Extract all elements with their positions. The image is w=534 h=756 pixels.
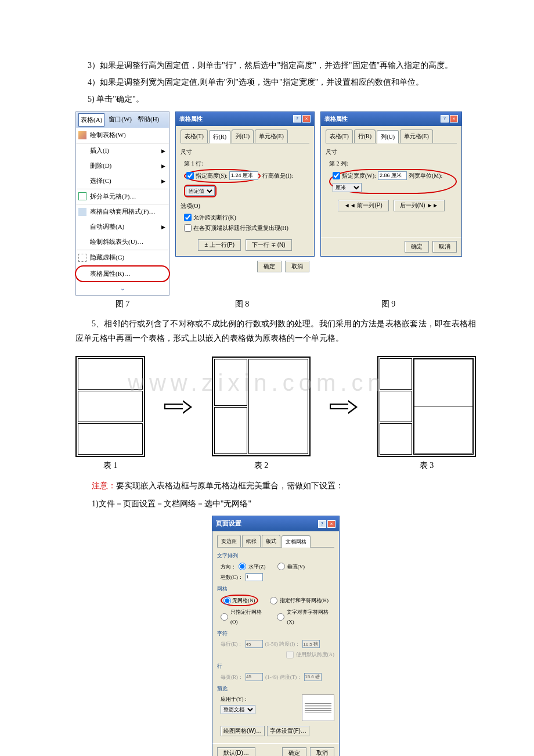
height-type-select[interactable]: 固定值 [186, 186, 215, 196]
help-icon[interactable]: ? [318, 520, 326, 528]
arrow-right-icon: ▶ [161, 146, 165, 156]
tab-cell[interactable]: 单元格(E) [400, 129, 433, 143]
paragraph-3: 3）如果是调整行高为固定值，则单击"行"，然后选中"指定高度"，并选择"固定值"… [88, 58, 476, 73]
vertical-radio[interactable] [277, 563, 285, 570]
prev-col-button[interactable]: ◄◄ 前一列(P) [338, 200, 389, 211]
allow-break-checkbox[interactable] [184, 214, 192, 221]
step-1: 1)文件－页面设置－文档网络－选中"无网络" [75, 496, 476, 511]
col-number: 第 2 列: [326, 159, 457, 169]
tab-paper[interactable]: 纸张 [242, 535, 261, 547]
menu-item-table-properties[interactable]: 表格属性(R)… [75, 265, 170, 283]
arrow-right-icon [330, 401, 359, 412]
tab-cell[interactable]: 单元格(E) [255, 129, 288, 143]
grid-icon [78, 254, 86, 262]
tab-margins[interactable]: 页边距 [217, 535, 241, 547]
menu-item-autoformat[interactable]: 表格自动套用格式(F)… [76, 204, 169, 219]
allow-break-label: 允许跨页断行(K) [193, 213, 236, 223]
figure-10-dialog: 页面设置 ?× 页边距 纸张 版式 文档网格 文字排列 方向： 水平(Z) 垂直… [212, 516, 340, 756]
preview-icon [302, 694, 334, 721]
menu-item-autofit[interactable]: 自动调整(A)▶ [76, 219, 169, 235]
tab-column[interactable]: 列(U) [232, 129, 254, 143]
grid-label: 网格 [217, 584, 334, 593]
ok-button[interactable]: 确定 [405, 241, 429, 253]
align-grid-radio[interactable] [277, 613, 284, 621]
menu-table[interactable]: 表格(A) [78, 113, 104, 127]
ok-button[interactable]: 确定 [257, 261, 282, 272]
menu-item-hide-gridlines[interactable]: 隐藏虚框(G) [76, 250, 169, 265]
figure-8-label: 图 8 [169, 297, 315, 311]
tab-row[interactable]: 行(R) [209, 130, 230, 143]
line-grid-radio[interactable] [221, 613, 228, 621]
width-input[interactable] [378, 171, 407, 180]
columns-label: 栏数(C)： [221, 573, 243, 582]
arrow-right-icon [164, 401, 193, 412]
dialog-title: 表格属性 [179, 114, 203, 124]
default-button[interactable]: 默认(D)… [217, 747, 255, 756]
ok-button[interactable]: 确定 [282, 747, 306, 756]
cancel-button[interactable]: 取消 [310, 747, 334, 756]
table-2 [212, 357, 311, 456]
repeat-header-label: 在各页顶端以标题行形式重复出现(H) [193, 223, 288, 233]
height-is-label: 行高值是(I): [262, 171, 293, 181]
close-icon[interactable]: × [302, 115, 311, 123]
tab-table[interactable]: 表格(T) [181, 129, 208, 143]
close-icon[interactable]: × [327, 520, 335, 528]
menu-item-delete[interactable]: 删除(D)▶ [76, 159, 169, 174]
tab-grid[interactable]: 文档网格 [282, 535, 311, 548]
cancel-button[interactable]: 取消 [285, 261, 309, 272]
line-char-grid-radio[interactable] [270, 597, 277, 604]
figure-8-dialog: 表格属性 ?× 表格(T) 行(R) 列(U) 单元格(E) 尺寸 第 1 行:… [175, 111, 315, 257]
menu-item-draw-table[interactable]: 绘制表格(W) [76, 128, 169, 143]
font-settings-button[interactable]: 字体设置(F)… [267, 726, 309, 736]
width-unit-select[interactable]: 厘米 [333, 183, 362, 192]
table-3-label: 表 3 [377, 458, 476, 473]
repeat-header-checkbox[interactable] [184, 224, 192, 232]
help-icon[interactable]: ? [441, 115, 449, 123]
lines-label: 行 [217, 661, 334, 671]
menu-help[interactable]: 帮助(H) [136, 113, 161, 127]
help-icon[interactable]: ? [293, 115, 301, 123]
figure-7: 表格(A) 窗口(W) 帮助(H) 绘制表格(W) 插入(I)▶ 删除(D)▶ … [75, 111, 169, 296]
spec-height-checkbox[interactable] [186, 172, 194, 179]
menu-item-insert[interactable]: 插入(I)▶ [76, 143, 169, 159]
menu-item-select[interactable]: 选择(C)▶ [76, 174, 169, 189]
table-3 [377, 356, 476, 457]
spec-width-label: 指定宽度(W): [342, 171, 376, 181]
arrow-right-icon: ▶ [161, 222, 165, 232]
tab-table[interactable]: 表格(T) [326, 129, 353, 143]
draw-grid-button[interactable]: 绘图网格(W)… [221, 726, 265, 736]
close-icon[interactable]: × [450, 115, 458, 123]
figure-9-dialog: 表格属性 ?× 表格(T) 行(R) 列(U) 单元格(E) 尺寸 第 2 列:… [320, 111, 462, 257]
tab-column[interactable]: 列(U) [377, 130, 399, 143]
dialog-title: 表格属性 [324, 114, 348, 124]
figure-7-label: 图 7 [75, 297, 169, 311]
chars-per-line-input [246, 640, 263, 648]
cancel-button[interactable]: 取消 [432, 241, 457, 253]
direction-label: 方向： [221, 562, 236, 571]
next-row-button[interactable]: 下一行 ∓ (N) [246, 239, 291, 251]
horizontal-radio[interactable] [239, 563, 246, 570]
menu-window[interactable]: 窗口(W) [107, 113, 134, 127]
paragraph-4: 4）如果是调整列宽为固定定值,则单击"列"选项，选中"指定宽度"，并设置相应的数… [88, 75, 476, 89]
row-number: 第 1 行: [181, 159, 309, 169]
menu-expand[interactable]: ⌄ [76, 282, 169, 295]
columns-input[interactable] [246, 573, 263, 581]
figure-9-label: 图 9 [315, 297, 462, 311]
paragraph-5: 5) 单击"确定"。 [88, 92, 476, 106]
table-2-label: 表 2 [212, 458, 311, 473]
dialog-title: 页面设置 [216, 518, 241, 530]
paragraph-nest: 5、相邻的行或列含了不对称或不成比例的行数或列数的处理。我们采用的方法是表格嵌套… [75, 316, 476, 345]
height-input[interactable] [229, 171, 258, 180]
prev-row-button[interactable]: ± 上一行(P) [198, 239, 241, 251]
menu-item-split-cell[interactable]: 拆分单元格(P)… [76, 189, 169, 204]
lines-per-page-input [246, 673, 263, 681]
apply-to-select[interactable]: 整篇文档 [221, 705, 255, 714]
tab-row[interactable]: 行(R) [354, 129, 376, 143]
size-label: 尺寸 [181, 147, 309, 157]
no-grid-radio[interactable] [223, 597, 231, 604]
options-label: 选项(O) [181, 201, 309, 211]
tab-layout[interactable]: 版式 [262, 535, 280, 547]
menu-item-diagonal-header[interactable]: 绘制斜线表头(U)… [76, 235, 169, 250]
next-col-button[interactable]: 后一列(N) ►► [394, 200, 445, 211]
spec-width-checkbox[interactable] [333, 172, 340, 179]
